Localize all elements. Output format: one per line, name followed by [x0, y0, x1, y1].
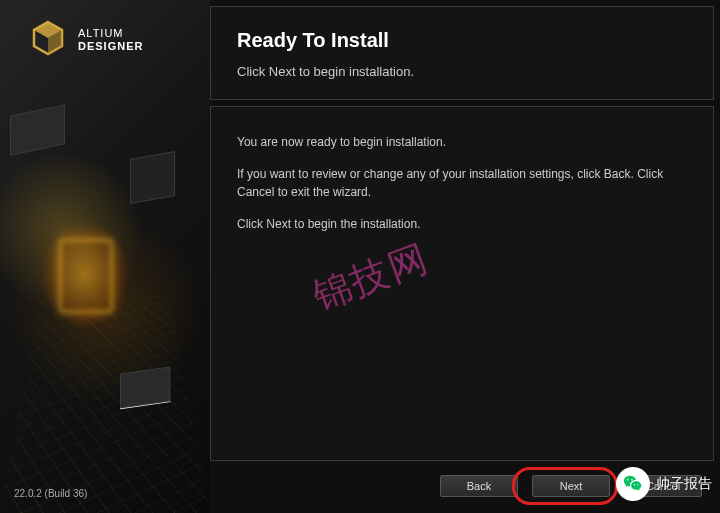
- body-paragraph-3: Click Next to begin the installation.: [237, 215, 687, 233]
- main-panel: Ready To Install Click Next to begin ins…: [210, 0, 720, 513]
- back-button-label: Back: [467, 480, 491, 492]
- brand-line1: ALTIUM: [78, 27, 143, 40]
- wechat-avatar-icon: [616, 467, 650, 501]
- altium-logo-icon: [28, 18, 68, 62]
- header-box: Ready To Install Click Next to begin ins…: [210, 6, 714, 100]
- version-label: 22.0.2 (Build 36): [14, 488, 87, 499]
- source-attribution-overlay: 帅子报告: [616, 467, 712, 501]
- source-attribution-label: 帅子报告: [656, 475, 712, 493]
- page-title: Ready To Install: [237, 29, 687, 52]
- installer-window: ALTIUM DESIGNER 22.0.2 (Build 36) Ready …: [0, 0, 720, 513]
- pcb-chip-decor: [120, 366, 170, 408]
- body-paragraph-1: You are now ready to begin installation.: [237, 133, 687, 151]
- body-paragraph-2: If you want to review or change any of y…: [237, 165, 687, 201]
- pcb-highlight-glow: [40, 220, 130, 330]
- pcb-chip-decor: [130, 151, 175, 204]
- brand-text: ALTIUM DESIGNER: [78, 27, 143, 52]
- next-button[interactable]: Next: [532, 475, 610, 497]
- back-button[interactable]: Back: [440, 475, 518, 497]
- brand-logo: ALTIUM DESIGNER: [28, 18, 143, 62]
- pcb-chip-decor: [10, 104, 65, 156]
- next-button-label: Next: [560, 480, 583, 492]
- sidebar-panel: ALTIUM DESIGNER 22.0.2 (Build 36): [0, 0, 210, 513]
- watermark-text: 锦技网: [306, 233, 436, 322]
- page-subtitle: Click Next to begin installation.: [237, 64, 687, 79]
- content-box: You are now ready to begin installation.…: [210, 106, 714, 461]
- brand-line2: DESIGNER: [78, 40, 143, 53]
- pcb-background-art: [0, 0, 210, 513]
